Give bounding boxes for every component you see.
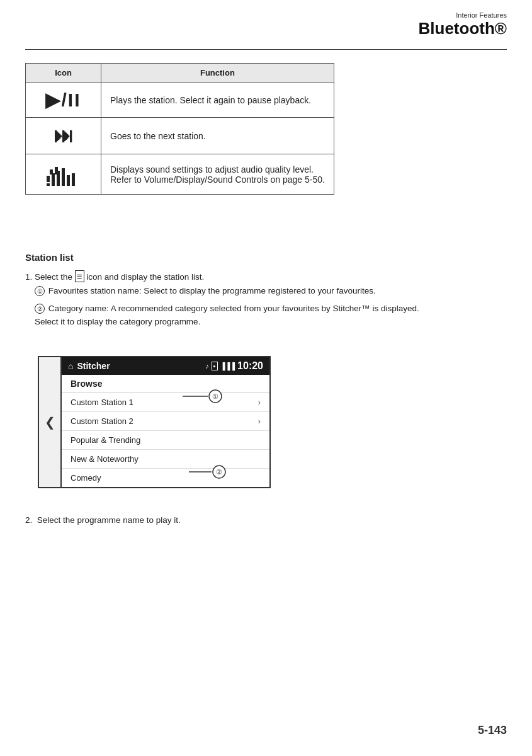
- play-pause-function: Plays the station. Select it again to pa…: [101, 83, 334, 118]
- device-status-icons: ♪ ▪ ▐▐▐ 10:20: [205, 360, 263, 372]
- section-label: Interior Features: [419, 11, 507, 19]
- signal-icon: ▐▐▐: [220, 362, 235, 370]
- music-note-icon: ♪: [205, 362, 209, 370]
- battery-icon: ▪: [212, 362, 218, 370]
- station-list-section: Station list 1. Select the ≡ icon and di…: [25, 252, 507, 333]
- header-divider: [25, 49, 507, 50]
- item-label: Custom Station 1: [71, 398, 133, 407]
- item-label: New & Noteworthy: [71, 454, 139, 464]
- page-title: Bluetooth®: [419, 19, 507, 38]
- back-button[interactable]: ❮: [38, 356, 60, 488]
- list-item[interactable]: Custom Station 2 ›: [62, 412, 269, 431]
- table-header-function: Function: [101, 64, 334, 83]
- skip-function: Goes to the next station.: [101, 118, 334, 154]
- table-row: Displays sound settings to adjust audio …: [26, 154, 334, 195]
- device-mockup: ❮ ⌂ Stitcher ♪ ▪ ▐▐▐ 10:20 Browse Custom…: [38, 356, 271, 488]
- skip-forward-icon: ⏭: [54, 124, 74, 147]
- back-arrow-icon: ❮: [45, 415, 55, 430]
- page-number: 5-143: [478, 724, 507, 737]
- svg-rect-11: [72, 173, 75, 186]
- home-icon: ⌂: [68, 361, 73, 371]
- list-item[interactable]: Custom Station 1 ›: [62, 393, 269, 412]
- svg-rect-6: [47, 183, 50, 186]
- item-label: Custom Station 2: [71, 416, 133, 426]
- icon-function-table: Icon Function ▶/II Plays the station. Se…: [25, 63, 334, 195]
- table-row: ⏭ Goes to the next station.: [26, 118, 334, 154]
- page-header: Interior Features Bluetooth®: [419, 11, 507, 38]
- sound-settings-icon: [45, 161, 82, 186]
- play-pause-icon: ▶/II: [45, 89, 81, 110]
- skip-icon-cell: ⏭: [26, 118, 101, 154]
- item-label: Comedy: [71, 473, 101, 483]
- step2-text: 2. Select the programme name to play it.: [25, 515, 181, 525]
- svg-rect-3: [52, 173, 55, 182]
- chevron-right-icon: ›: [258, 416, 261, 426]
- item-label: Popular & Trending: [71, 435, 140, 445]
- list-item[interactable]: New & Noteworthy: [62, 450, 269, 469]
- sound-function: Displays sound settings to adjust audio …: [101, 154, 334, 195]
- step1-category-text: ② Category name: A recommended category …: [25, 302, 507, 329]
- device-time: 10:20: [237, 360, 263, 372]
- device-status-bar: ⌂ Stitcher ♪ ▪ ▐▐▐ 10:20: [62, 357, 269, 375]
- device-list: Custom Station 1 › Custom Station 2 › Po…: [62, 393, 269, 487]
- callout-1: ①: [35, 286, 45, 296]
- station-list-title: Station list: [25, 252, 507, 263]
- list-icon: ≡: [75, 270, 84, 282]
- list-item[interactable]: Popular & Trending: [62, 431, 269, 450]
- device-app-name: ⌂ Stitcher: [68, 361, 110, 371]
- sound-icon-cell: [26, 154, 101, 195]
- svg-rect-8: [57, 179, 60, 186]
- svg-rect-10: [67, 175, 70, 186]
- step1-text: 1. Select the ≡ icon and display the sta…: [25, 269, 507, 298]
- svg-rect-2: [47, 176, 50, 182]
- svg-rect-7: [52, 181, 55, 186]
- callout-2: ②: [35, 304, 45, 314]
- play-pause-cell: ▶/II: [26, 83, 101, 118]
- table-header-icon: Icon: [26, 64, 101, 83]
- browse-label: Browse: [62, 375, 269, 393]
- list-item[interactable]: Comedy: [62, 469, 269, 487]
- svg-rect-9: [62, 177, 65, 186]
- chevron-right-icon: ›: [258, 398, 261, 407]
- device-content: ⌂ Stitcher ♪ ▪ ▐▐▐ 10:20 Browse Custom S…: [60, 356, 271, 488]
- table-row: ▶/II Plays the station. Select it again …: [26, 83, 334, 118]
